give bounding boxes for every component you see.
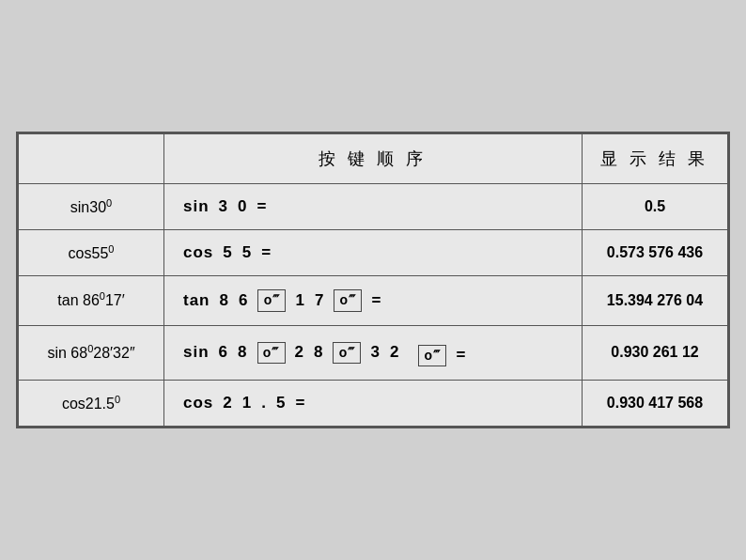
seq-tan86-tan: tan — [183, 291, 210, 310]
seq-sin68-2b: 2 — [390, 343, 399, 362]
seq-sin30-3: 3 — [219, 197, 228, 216]
seq-cos55-eq: = — [261, 243, 272, 262]
seq-sin30-0: 0 — [238, 197, 247, 216]
seq-tan86-1: 1 — [295, 291, 304, 310]
main-table-wrapper: 按 键 顺 序 显 示 结 果 sin300 sin 3 0 = — [16, 132, 730, 428]
header-sequence-label: 按 键 顺 序 — [319, 149, 427, 168]
row-sequence-sin68: sin 6 8 o‴ 2 8 o‴ 3 2 o‴ = — [164, 325, 583, 381]
table-row: sin 68028′32″ sin 6 8 o‴ 2 8 o‴ 3 2 — [19, 325, 728, 381]
row-result-sin68: 0.930 261 12 — [583, 325, 728, 381]
seq-tan86-dms1: o‴ — [257, 289, 286, 312]
row-sequence-sin30: sin 3 0 = — [164, 183, 583, 229]
seq-cos21-eq: = — [295, 394, 305, 412]
row-result-tan86: 15.394 276 04 — [583, 275, 728, 325]
seq-sin68-dms1: o‴ — [257, 342, 286, 365]
seq-cos55-cos: cos — [183, 243, 213, 262]
seq-cos21-2: 2 — [223, 394, 232, 412]
seq-cos21-1: 1 — [242, 394, 252, 412]
seq-tan86-eq: = — [371, 291, 381, 310]
seq-tan86-6: 6 — [239, 291, 248, 310]
result-cos21-value: 0.930 417 568 — [607, 395, 703, 411]
row-result-cos55: 0.573 576 436 — [583, 229, 728, 275]
table-row: cos550 cos 5 5 = 0.573 576 436 — [19, 229, 728, 275]
row-result-cos21: 0.930 417 568 — [583, 381, 728, 427]
row-label-cos21: cos21.50 — [19, 381, 164, 427]
seq-cos55-5b: 5 — [242, 243, 252, 262]
seq-cos21-5: 5 — [276, 394, 286, 412]
header-result-label: 显 示 结 果 — [600, 149, 708, 168]
seq-tan86-7: 7 — [315, 291, 324, 310]
row-label-cos55: cos550 — [19, 229, 164, 275]
seq-sin68-8b: 8 — [314, 343, 323, 362]
row-label-sin30: sin300 — [19, 183, 164, 229]
seq-cos21-cos: cos — [183, 394, 213, 412]
table-row: sin300 sin 3 0 = 0.5 — [19, 183, 728, 229]
seq-sin68-eq: = — [456, 346, 466, 365]
seq-cos55-5a: 5 — [223, 243, 232, 262]
row-sequence-cos21: cos 2 1 . 5 = — [164, 381, 583, 427]
result-sin68-value: 0.930 261 12 — [611, 344, 698, 360]
seq-cos21-dot: . — [261, 394, 267, 412]
row-sequence-cos55: cos 5 5 = — [164, 229, 583, 275]
header-result-cell: 显 示 结 果 — [583, 133, 728, 183]
seq-sin68-6: 6 — [219, 343, 228, 362]
table-row: tan 86017′ tan 8 6 o‴ 1 7 o‴ = 15.39 — [19, 275, 728, 325]
row-sequence-tan86: tan 8 6 o‴ 1 7 o‴ = — [164, 275, 583, 325]
seq-sin68-3: 3 — [370, 343, 380, 362]
seq-sin68-dms2: o‴ — [333, 342, 361, 365]
seq-tan86-8: 8 — [220, 291, 229, 310]
seq-sin30-sin: sin — [183, 197, 210, 216]
result-cos55-value: 0.573 576 436 — [607, 244, 703, 260]
seq-sin68-sin: sin — [183, 343, 210, 362]
row-label-tan86: tan 86017′ — [19, 275, 164, 325]
seq-sin68-2a: 2 — [295, 343, 304, 362]
seq-sin68-8: 8 — [238, 343, 247, 362]
row-result-sin30: 0.5 — [583, 183, 728, 229]
table-row: cos21.50 cos 2 1 . 5 = 0.930 417 568 — [19, 381, 728, 427]
result-sin30-value: 0.5 — [645, 198, 665, 214]
seq-sin30-eq: = — [257, 197, 268, 216]
seq-sin68-dms3: o‴ — [418, 345, 446, 367]
seq-tan86-dms2: o‴ — [334, 289, 362, 312]
result-tan86-value: 15.394 276 04 — [607, 292, 703, 308]
row-label-sin68: sin 68028′32″ — [19, 325, 164, 381]
header-label-cell — [19, 133, 164, 183]
header-sequence-cell: 按 键 顺 序 — [164, 133, 583, 183]
